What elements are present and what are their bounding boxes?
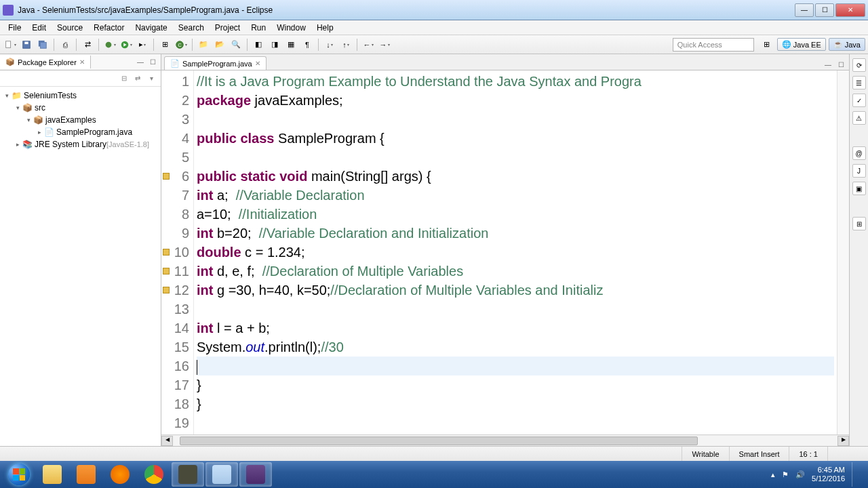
minimize-editor-icon[interactable]: — bbox=[823, 59, 833, 70]
svg-rect-0 bbox=[6, 41, 11, 47]
open-task-button[interactable]: 📂 bbox=[212, 37, 227, 52]
show-whitespace-button[interactable]: ¶ bbox=[300, 37, 315, 52]
scroll-thumb[interactable] bbox=[180, 436, 698, 445]
editor-area: 📄 SampleProgram.java ✕ — ☐ 1234567891011… bbox=[161, 54, 849, 446]
tree-src[interactable]: ▾📦src bbox=[1, 102, 159, 114]
close-icon[interactable]: ✕ bbox=[79, 58, 85, 66]
menu-edit[interactable]: Edit bbox=[26, 22, 52, 34]
maximize-button[interactable]: ☐ bbox=[815, 3, 834, 17]
toggle-block-button[interactable]: ▦ bbox=[283, 37, 298, 52]
app-icon bbox=[3, 5, 14, 16]
taskbar-firefox-icon[interactable] bbox=[104, 462, 136, 487]
collapse-all-icon[interactable]: ⊟ bbox=[119, 73, 130, 84]
tree-file[interactable]: ▸📄SampleProgram.java bbox=[1, 126, 159, 138]
workspace: 📦 Package Explorer ✕ — ☐ ⊟ ⇄ ▾ ▾📁Seleniu… bbox=[0, 54, 868, 446]
new-package-button[interactable]: ⊞ bbox=[157, 37, 172, 52]
menu-help[interactable]: Help bbox=[311, 22, 339, 34]
show-desktop-button[interactable] bbox=[852, 462, 859, 487]
problems-icon[interactable]: ⚠ bbox=[852, 111, 866, 125]
type-hierarchy-icon[interactable]: ⊞ bbox=[852, 217, 866, 230]
taskbar-explorer-icon[interactable] bbox=[36, 462, 68, 487]
tray-volume-icon[interactable]: 🔊 bbox=[795, 470, 805, 479]
run-button[interactable]: ▾ bbox=[119, 37, 134, 52]
status-empty bbox=[827, 447, 868, 461]
main-toolbar: ▾ ⎙ ⇄ ▾ ▾ ▸▾ ⊞ C▾ 📁 📂 🔍 ◧ ◨ ▦ ¶ ↓▾ ↑▾ ←▾… bbox=[0, 35, 868, 54]
taskbar-app1-icon[interactable] bbox=[172, 462, 204, 487]
package-explorer-tree[interactable]: ▾📁SeleniumTests ▾📦src ▾📦javaExamples ▸📄S… bbox=[0, 87, 161, 446]
save-button[interactable] bbox=[19, 37, 34, 52]
restore-icon[interactable]: ⟳ bbox=[852, 58, 866, 72]
print-button[interactable]: ⎙ bbox=[58, 37, 73, 52]
svg-rect-2 bbox=[24, 41, 28, 44]
status-cursor-position: 16 : 1 bbox=[789, 447, 827, 461]
close-button[interactable]: ✕ bbox=[835, 3, 865, 17]
link-with-editor-icon[interactable]: ⇄ bbox=[132, 73, 143, 84]
quick-access-input[interactable]: Quick Access bbox=[673, 38, 754, 52]
menu-refactor[interactable]: Refactor bbox=[88, 22, 130, 34]
save-all-button[interactable] bbox=[35, 37, 50, 52]
menu-file[interactable]: File bbox=[3, 22, 26, 34]
debug-button[interactable]: ▾ bbox=[102, 37, 117, 52]
tree-project[interactable]: ▾📁SeleniumTests bbox=[1, 89, 159, 102]
scroll-left-icon[interactable]: ◀ bbox=[161, 436, 173, 446]
javadoc-icon[interactable]: J bbox=[852, 164, 866, 178]
menu-window[interactable]: Window bbox=[271, 22, 311, 34]
status-insert-mode: Smart Insert bbox=[729, 447, 789, 461]
overview-ruler[interactable] bbox=[837, 70, 849, 434]
perspective-java[interactable]: ☕ Java bbox=[829, 38, 865, 51]
tray-chevron-icon[interactable]: ▴ bbox=[771, 470, 775, 479]
horizontal-scrollbar[interactable]: ◀ ▶ bbox=[161, 434, 849, 446]
status-bar: Writable Smart Insert 16 : 1 bbox=[0, 446, 868, 461]
close-tab-icon[interactable]: ✕ bbox=[255, 60, 260, 67]
new-class-button[interactable]: C▾ bbox=[174, 37, 189, 52]
code-editor[interactable]: //It is a Java Program Example to Unders… bbox=[194, 70, 837, 434]
svg-rect-4 bbox=[41, 42, 47, 48]
tree-package[interactable]: ▾📦javaExamples bbox=[1, 114, 159, 126]
toggle-breadcrumb-button[interactable]: ◧ bbox=[251, 37, 266, 52]
taskbar-notepad-icon[interactable] bbox=[205, 462, 238, 487]
start-button[interactable] bbox=[3, 462, 35, 487]
open-perspective-button[interactable]: ⊞ bbox=[760, 37, 774, 52]
open-type-button[interactable]: 📁 bbox=[196, 37, 211, 52]
taskbar-media-icon[interactable] bbox=[70, 462, 102, 487]
declaration-icon[interactable]: @ bbox=[852, 146, 866, 160]
scroll-right-icon[interactable]: ▶ bbox=[837, 436, 849, 446]
next-annotation-button[interactable]: ↓▾ bbox=[322, 37, 337, 52]
new-button[interactable]: ▾ bbox=[3, 37, 18, 52]
package-explorer-tab[interactable]: 📦 Package Explorer ✕ bbox=[0, 56, 91, 68]
back-button[interactable]: ←▾ bbox=[361, 37, 376, 52]
windows-taskbar: ▴ ⚑ 🔊 6:45 AM 5/12/2016 bbox=[0, 461, 868, 488]
menu-navigate[interactable]: Navigate bbox=[130, 22, 172, 34]
taskbar-chrome-icon[interactable] bbox=[138, 462, 170, 487]
run-last-button[interactable]: ▸▾ bbox=[135, 37, 150, 52]
maximize-editor-icon[interactable]: ☐ bbox=[835, 59, 846, 70]
task-list-icon[interactable]: ✓ bbox=[852, 94, 866, 107]
perspective-java-ee[interactable]: 🌐 Java EE bbox=[777, 38, 826, 51]
search-button[interactable]: 🔍 bbox=[229, 37, 243, 52]
prev-annotation-button[interactable]: ↑▾ bbox=[338, 37, 353, 52]
window-titlebar: Java - SeleniumTests/src/javaExamples/Sa… bbox=[0, 0, 868, 20]
minimize-view-icon[interactable]: — bbox=[135, 57, 146, 68]
menu-search[interactable]: Search bbox=[173, 22, 210, 34]
forward-button[interactable]: →▾ bbox=[377, 37, 392, 52]
outline-icon[interactable]: ☰ bbox=[852, 76, 866, 89]
view-menu-icon[interactable]: ▾ bbox=[146, 73, 157, 84]
package-explorer-view: 📦 Package Explorer ✕ — ☐ ⊟ ⇄ ▾ ▾📁Seleniu… bbox=[0, 54, 161, 446]
tray-flag-icon[interactable]: ⚑ bbox=[782, 470, 789, 479]
toggle-mark-button[interactable]: ◨ bbox=[267, 37, 282, 52]
link-editor-button[interactable]: ⇄ bbox=[80, 37, 95, 52]
maximize-view-icon[interactable]: ☐ bbox=[147, 57, 158, 68]
system-tray[interactable]: ▴ ⚑ 🔊 6:45 AM 5/12/2016 bbox=[764, 462, 865, 487]
menu-bar: File Edit Source Refactor Navigate Searc… bbox=[0, 20, 868, 35]
editor-tab[interactable]: 📄 SampleProgram.java ✕ bbox=[164, 56, 267, 70]
console-icon[interactable]: ▣ bbox=[852, 182, 866, 195]
status-writable: Writable bbox=[682, 447, 728, 461]
minimize-button[interactable]: — bbox=[795, 3, 814, 17]
taskbar-eclipse-icon[interactable] bbox=[239, 462, 272, 487]
menu-project[interactable]: Project bbox=[210, 22, 245, 34]
menu-source[interactable]: Source bbox=[52, 22, 88, 34]
tree-jre[interactable]: ▸📚JRE System Library [JavaSE-1.8] bbox=[1, 138, 159, 150]
line-number-gutter[interactable]: 12345678910111213141516171819 bbox=[161, 70, 194, 434]
tray-clock[interactable]: 6:45 AM 5/12/2016 bbox=[812, 466, 845, 483]
menu-run[interactable]: Run bbox=[245, 22, 271, 34]
